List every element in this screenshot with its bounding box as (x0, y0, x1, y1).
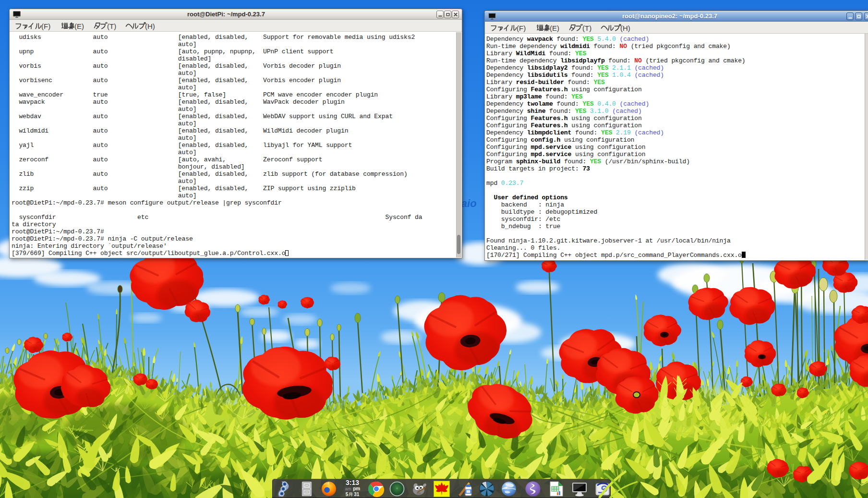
svg-text:(E): (E) (550, 24, 559, 32)
svg-text:(T): (T) (582, 24, 591, 32)
svg-text:(T): (T) (107, 22, 116, 30)
svg-text:(H): (H) (145, 22, 155, 30)
svg-text:(F): (F) (41, 22, 50, 30)
svg-text:(H): (H) (620, 24, 630, 32)
svg-text:(E): (E) (74, 22, 84, 30)
svg-text:(F): (F) (517, 24, 526, 32)
